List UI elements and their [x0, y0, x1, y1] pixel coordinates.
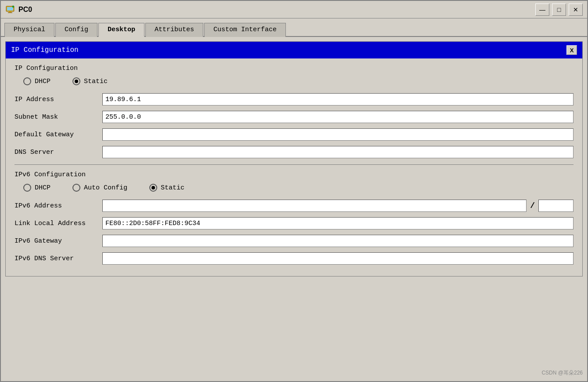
- ipv6-dns-label: IPv6 DNS Server: [14, 255, 102, 262]
- dns-server-row: DNS Server: [14, 146, 574, 158]
- ipv6-dhcp-radio-circle: [23, 184, 31, 192]
- minimize-button[interactable]: —: [535, 4, 549, 16]
- default-gateway-input[interactable]: [102, 128, 574, 141]
- maximize-button[interactable]: □: [552, 4, 566, 16]
- dhcp-label: DHCP: [35, 78, 51, 85]
- ip-address-input[interactable]: [102, 93, 574, 106]
- dhcp-radio-circle: [23, 77, 31, 85]
- ipv6-dhcp-radio[interactable]: DHCP: [23, 184, 51, 192]
- close-button[interactable]: ✕: [569, 4, 583, 16]
- ipv6-dns-row: IPv6 DNS Server: [14, 252, 574, 265]
- link-local-row: Link Local Address: [14, 217, 574, 229]
- watermark: CSDN @耳朵226: [541, 369, 583, 377]
- default-gateway-row: Default Gateway: [14, 128, 574, 141]
- svg-rect-2: [9, 11, 11, 12]
- tab-physical[interactable]: Physical: [4, 23, 54, 37]
- ip-address-row: IP Address: [14, 93, 574, 106]
- ipv6-address-label: IPv6 Address: [14, 202, 102, 210]
- section-divider: [14, 164, 574, 165]
- panel-title: IP Configuration: [11, 46, 79, 54]
- link-local-label: Link Local Address: [14, 220, 102, 227]
- ipv6-config-section-title: IPv6 Configuration: [14, 171, 574, 178]
- ip-address-label: IP Address: [14, 96, 102, 103]
- ipv6-auto-config-label: Auto Config: [84, 184, 127, 192]
- panel-header: IP Configuration X: [6, 42, 582, 58]
- dns-server-input[interactable]: [102, 146, 574, 158]
- ipv6-gateway-row: IPv6 Gateway: [14, 235, 574, 247]
- app-icon: [5, 5, 15, 15]
- dhcp-radio[interactable]: DHCP: [23, 77, 51, 85]
- ipv6-auto-config-radio[interactable]: Auto Config: [72, 184, 127, 192]
- panel-body: IP Configuration DHCP Static IP Address: [6, 58, 582, 276]
- static-radio-circle: [72, 77, 80, 85]
- ipv6-gateway-label: IPv6 Gateway: [14, 237, 102, 245]
- main-window: PC0 — □ ✕ Physical Config Desktop Attrib…: [0, 0, 588, 382]
- ipv6-address-row: IPv6 Address /: [14, 200, 574, 212]
- content-area: IP Configuration X IP Configuration DHCP…: [1, 37, 587, 381]
- tab-custom-interface[interactable]: Custom Interface: [204, 23, 286, 37]
- window-controls: — □ ✕: [535, 4, 583, 16]
- subnet-mask-row: Subnet Mask: [14, 111, 574, 123]
- subnet-mask-input[interactable]: [102, 111, 574, 123]
- static-label: Static: [84, 78, 108, 85]
- ipv6-dhcp-label: DHCP: [35, 184, 51, 192]
- default-gateway-label: Default Gateway: [14, 131, 102, 138]
- panel-close-button[interactable]: X: [566, 45, 577, 55]
- ip-config-section-title: IP Configuration: [14, 65, 574, 72]
- svg-point-4: [12, 6, 14, 7]
- ip-config-panel: IP Configuration X IP Configuration DHCP…: [5, 41, 583, 276]
- svg-rect-1: [7, 7, 13, 11]
- ipv6-static-radio-circle: [149, 184, 157, 192]
- static-radio[interactable]: Static: [72, 77, 108, 85]
- ipv6-auto-radio-circle: [72, 184, 80, 192]
- ipv6-prefix-input[interactable]: [538, 200, 574, 212]
- title-bar: PC0 — □ ✕: [1, 1, 587, 18]
- window-title: PC0: [18, 6, 535, 14]
- ipv6-slash: /: [530, 201, 535, 210]
- ipv6-gateway-input[interactable]: [102, 235, 574, 247]
- ipv6-static-label: Static: [161, 184, 184, 192]
- svg-rect-3: [8, 12, 12, 13]
- ipv6-address-input[interactable]: [102, 200, 527, 212]
- subnet-mask-label: Subnet Mask: [14, 113, 102, 121]
- ipv6-radio-row: DHCP Auto Config Static: [14, 184, 574, 192]
- tab-config[interactable]: Config: [55, 23, 97, 37]
- ipv6-dns-input[interactable]: [102, 252, 574, 265]
- tab-attributes[interactable]: Attributes: [145, 23, 203, 37]
- ip-config-radio-row: DHCP Static: [14, 77, 574, 85]
- link-local-input[interactable]: [102, 217, 574, 229]
- dns-server-label: DNS Server: [14, 149, 102, 156]
- tab-desktop[interactable]: Desktop: [98, 23, 144, 37]
- ipv6-static-radio[interactable]: Static: [149, 184, 184, 192]
- tab-bar: Physical Config Desktop Attributes Custo…: [1, 18, 587, 37]
